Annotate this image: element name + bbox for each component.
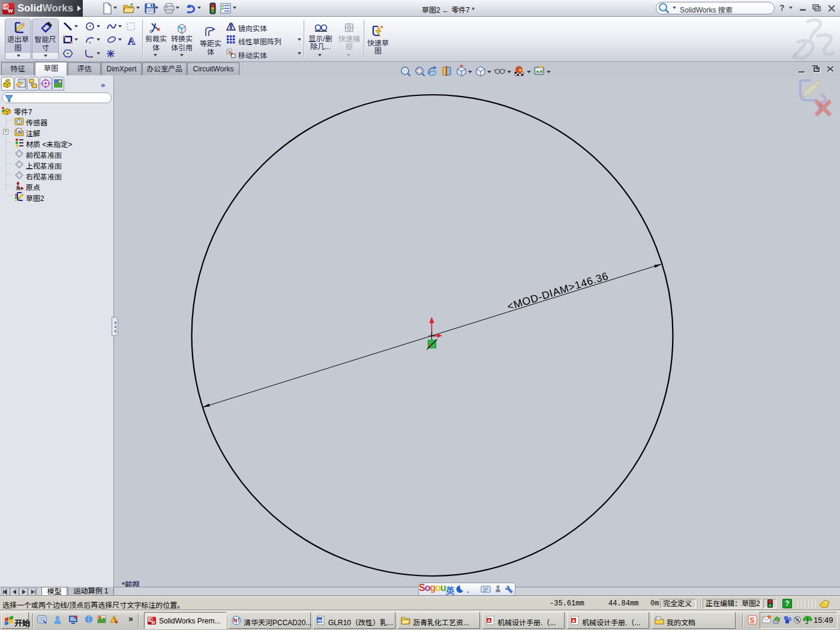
svg-text:W: W [8,8,13,14]
svg-text:A: A [488,619,491,623]
svg-text:S: S [4,4,7,10]
svg-text:S: S [750,616,755,625]
svg-text:A: A [18,129,22,134]
svg-text:W: W [317,618,322,623]
svg-text:A: A [572,619,575,623]
svg-text:A: A [128,36,136,46]
